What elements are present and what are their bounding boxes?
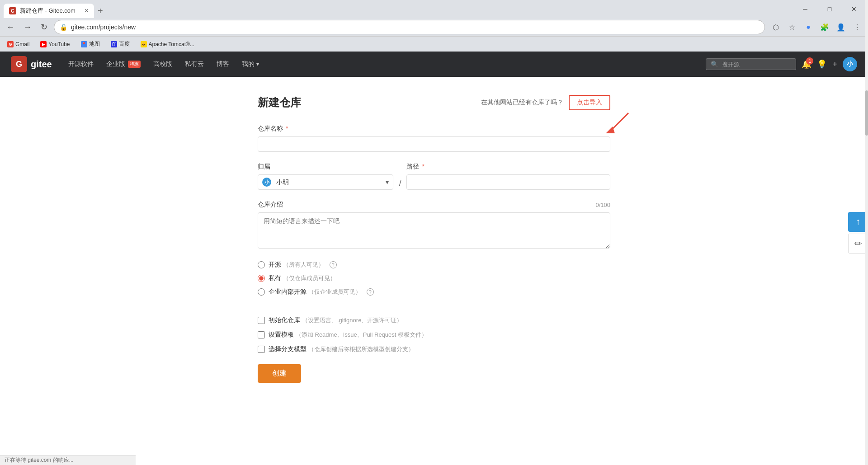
window-controls: ─ □ ✕: [795, 2, 864, 16]
submit-section: 创建: [258, 364, 610, 383]
notification-button[interactable]: 🔔 1: [802, 59, 811, 69]
bookmark-tomcat-label: Apache Tomcat®...: [149, 41, 194, 47]
user-initial: 小: [847, 60, 853, 68]
new-tab-button[interactable]: +: [94, 4, 107, 18]
extensions-icon[interactable]: 🧩: [817, 20, 832, 34]
cast-icon[interactable]: ⬡: [769, 20, 783, 34]
menu-icon[interactable]: ⋮: [850, 20, 864, 34]
radio-private[interactable]: [258, 275, 265, 282]
char-count: 0/100: [595, 202, 610, 208]
path-input[interactable]: [406, 174, 610, 190]
internal-help-icon[interactable]: ?: [367, 288, 374, 296]
checkbox-branch[interactable]: [258, 346, 265, 353]
close-button[interactable]: ✕: [844, 2, 864, 16]
import-button[interactable]: 点击导入: [569, 95, 610, 110]
owner-label: 归属: [258, 163, 393, 171]
radio-internal-label: 企业内部开源 （仅企业成员可见）: [269, 288, 361, 296]
description-label: 仓库介绍: [258, 201, 283, 209]
toolbar-actions: ⬡ ☆ ● 🧩 👤 ⋮: [769, 20, 864, 34]
radio-option-internal: 企业内部开源 （仅企业成员可见） ?: [258, 288, 610, 296]
search-icon: 🔍: [711, 61, 718, 68]
owner-avatar-icon: 小: [262, 178, 271, 187]
create-button[interactable]: 创建: [258, 364, 301, 383]
radio-open-label: 开源 （所有人可见）: [269, 261, 324, 269]
nav-item-blog[interactable]: 博客: [211, 56, 235, 72]
repo-name-label: 仓库名称 *: [258, 125, 610, 133]
bookmark-gmail-label: Gmail: [15, 41, 29, 47]
active-tab[interactable]: G 新建仓库 - Gitee.com ×: [4, 4, 94, 18]
nav-item-enterprise[interactable]: 企业版 特惠: [101, 56, 146, 72]
checkbox-template[interactable]: [258, 331, 265, 338]
radio-private-label: 私有 （仅仓库成员可见）: [269, 274, 336, 282]
maps-favicon: 📍: [81, 41, 87, 47]
slash-separator: /: [399, 163, 401, 188]
radio-open[interactable]: [258, 261, 265, 268]
nav-label-enterprise: 企业版: [106, 60, 125, 68]
nav-label-opensource: 开源软件: [68, 60, 94, 68]
refresh-button[interactable]: ↻: [38, 20, 50, 34]
plus-button[interactable]: +: [832, 60, 837, 69]
bookmark-youtube-label: YouTube: [48, 41, 70, 47]
divider: [258, 307, 610, 307]
nav-label-university: 高校版: [153, 60, 172, 68]
lock-icon: 🔒: [60, 23, 67, 31]
nav-item-opensource[interactable]: 开源软件: [63, 56, 99, 72]
page-title: 新建仓库: [258, 95, 301, 110]
bookmark-baidu[interactable]: 百 百度: [109, 39, 132, 49]
gmail-favicon: G: [7, 41, 14, 47]
repo-name-input[interactable]: [258, 136, 610, 152]
status-text: 正在等待 gitee.com 的响应...: [5, 457, 74, 463]
checkbox-option-init: 初始化仓库 （设置语言、.gitignore、开源许可证）: [258, 316, 610, 324]
owner-column: 归属 小 小明 ▾: [258, 163, 393, 190]
gitee-logo[interactable]: G gitee: [11, 56, 52, 72]
owner-avatar: 小: [262, 178, 271, 187]
owner-select-wrapper: 小 小明 ▾: [258, 174, 393, 190]
user-avatar-button[interactable]: 小: [843, 57, 857, 71]
nav-label-blog: 博客: [217, 60, 229, 68]
tab-title: 新建仓库 - Gitee.com: [20, 7, 75, 15]
bookmark-tomcat[interactable]: 🐱 Apache Tomcat®...: [139, 40, 196, 48]
youtube-favicon: ▶: [40, 41, 47, 47]
scrollbar[interactable]: [865, 0, 868, 465]
maximize-button[interactable]: □: [819, 2, 840, 16]
nav-label-mine: 我的: [242, 60, 255, 68]
bookmark-youtube[interactable]: ▶ YouTube: [38, 40, 71, 48]
gitee-logo-icon: G: [11, 56, 27, 72]
owner-select[interactable]: 小明: [258, 174, 393, 190]
required-marker: *: [286, 125, 288, 132]
open-help-icon[interactable]: ?: [330, 261, 337, 268]
checkbox-init-label: 初始化仓库 （设置语言、.gitignore、开源许可证）: [269, 316, 402, 324]
url-text: gitee.com/projects/new: [71, 23, 759, 31]
edit-icon: ✏: [854, 238, 862, 249]
checkbox-section: 初始化仓库 （设置语言、.gitignore、开源许可证） 设置模板 （添加 R…: [258, 316, 610, 353]
nav-item-private-cloud[interactable]: 私有云: [179, 56, 209, 72]
chrome-icon[interactable]: ●: [801, 20, 816, 34]
tab-close-button[interactable]: ×: [85, 7, 89, 15]
checkbox-init[interactable]: [258, 317, 265, 324]
checkbox-branch-label: 选择分支模型 （仓库创建后将根据所选模型创建分支）: [269, 345, 414, 353]
radio-internal[interactable]: [258, 288, 265, 296]
notification-badge: 1: [806, 57, 813, 65]
scrollbar-thumb[interactable]: [865, 90, 868, 136]
search-input[interactable]: [722, 61, 791, 68]
bookmark-icon[interactable]: ☆: [785, 20, 799, 34]
nav-item-university[interactable]: 高校版: [148, 56, 178, 72]
nav-item-mine[interactable]: 我的 ▾: [236, 56, 264, 72]
back-button[interactable]: ←: [4, 21, 17, 34]
description-header: 仓库介绍 0/100: [258, 201, 610, 209]
forward-button[interactable]: →: [21, 21, 34, 34]
checkbox-option-branch: 选择分支模型 （仓库创建后将根据所选模型创建分支）: [258, 345, 610, 353]
bookmark-maps-label: 地图: [89, 40, 100, 48]
status-bar: 正在等待 gitee.com 的响应...: [0, 455, 136, 465]
path-label: 路径 *: [406, 163, 610, 171]
search-box[interactable]: 🔍: [706, 58, 796, 70]
address-bar[interactable]: 🔒 gitee.com/projects/new: [54, 20, 765, 34]
minimize-button[interactable]: ─: [795, 2, 816, 16]
bookmark-maps[interactable]: 📍 地图: [79, 39, 102, 49]
description-group: 仓库介绍 0/100: [258, 201, 610, 250]
description-textarea[interactable]: [258, 212, 610, 249]
idea-button[interactable]: 💡: [817, 59, 827, 69]
path-required-marker: *: [422, 163, 424, 170]
profile-icon[interactable]: 👤: [834, 20, 848, 34]
bookmark-gmail[interactable]: G Gmail: [5, 40, 31, 48]
